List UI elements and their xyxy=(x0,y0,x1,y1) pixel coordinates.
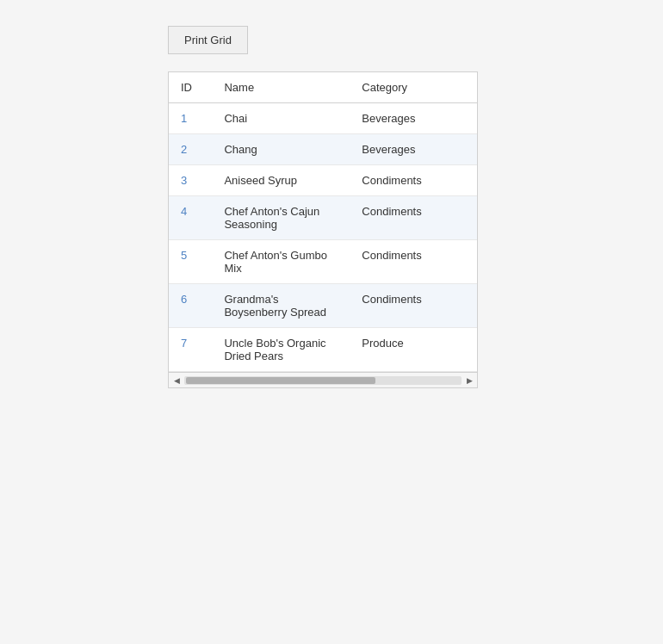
cell-name: Grandma's Boysenberry Spread xyxy=(212,284,350,328)
cell-category: Produce xyxy=(350,328,477,372)
horizontal-scrollbar[interactable]: ◀ ▶ xyxy=(169,372,477,387)
cell-category: Condiments xyxy=(350,165,477,196)
table-row: 1ChaiBeverages xyxy=(169,103,477,134)
table-row: 2ChangBeverages xyxy=(169,134,477,165)
print-grid-button[interactable]: Print Grid xyxy=(168,26,248,54)
table-row: 7Uncle Bob's Organic Dried PearsProduce xyxy=(169,328,477,372)
cell-id: 7 xyxy=(169,328,212,372)
cell-id: 2 xyxy=(169,134,212,165)
table-row: 3Aniseed SyrupCondiments xyxy=(169,165,477,196)
col-header-name: Name xyxy=(212,72,350,103)
table-row: 6Grandma's Boysenberry SpreadCondiments xyxy=(169,284,477,328)
cell-id: 6 xyxy=(169,284,212,328)
cell-name: Aniseed Syrup xyxy=(212,165,350,196)
cell-category: Condiments xyxy=(350,196,477,240)
main-container: Print Grid ID Name Category 1ChaiBeverag… xyxy=(159,26,486,388)
table-row: 4Chef Anton's Cajun SeasoningCondiments xyxy=(169,196,477,240)
cell-category: Beverages xyxy=(350,134,477,165)
cell-name: Chang xyxy=(212,134,350,165)
table-row: 5Chef Anton's Gumbo MixCondiments xyxy=(169,240,477,284)
cell-name: Uncle Bob's Organic Dried Pears xyxy=(212,328,350,372)
product-table: ID Name Category 1ChaiBeverages2ChangBev… xyxy=(169,72,477,372)
table-header-row: ID Name Category xyxy=(169,72,477,103)
scroll-right-arrow[interactable]: ▶ xyxy=(463,375,475,387)
cell-id: 1 xyxy=(169,103,212,134)
cell-name: Chai xyxy=(212,103,350,134)
cell-id: 3 xyxy=(169,165,212,196)
data-grid: ID Name Category 1ChaiBeverages2ChangBev… xyxy=(168,71,478,388)
scroll-thumb xyxy=(186,377,375,384)
col-header-id: ID xyxy=(169,72,212,103)
cell-category: Condiments xyxy=(350,284,477,328)
scroll-track xyxy=(184,376,462,385)
cell-category: Beverages xyxy=(350,103,477,134)
cell-name: Chef Anton's Cajun Seasoning xyxy=(212,196,350,240)
cell-id: 4 xyxy=(169,196,212,240)
col-header-category: Category xyxy=(350,72,477,103)
cell-name: Chef Anton's Gumbo Mix xyxy=(212,240,350,284)
cell-id: 5 xyxy=(169,240,212,284)
scroll-left-arrow[interactable]: ◀ xyxy=(170,375,183,387)
grid-scroll-area[interactable]: ID Name Category 1ChaiBeverages2ChangBev… xyxy=(169,72,477,372)
cell-category: Condiments xyxy=(350,240,477,284)
